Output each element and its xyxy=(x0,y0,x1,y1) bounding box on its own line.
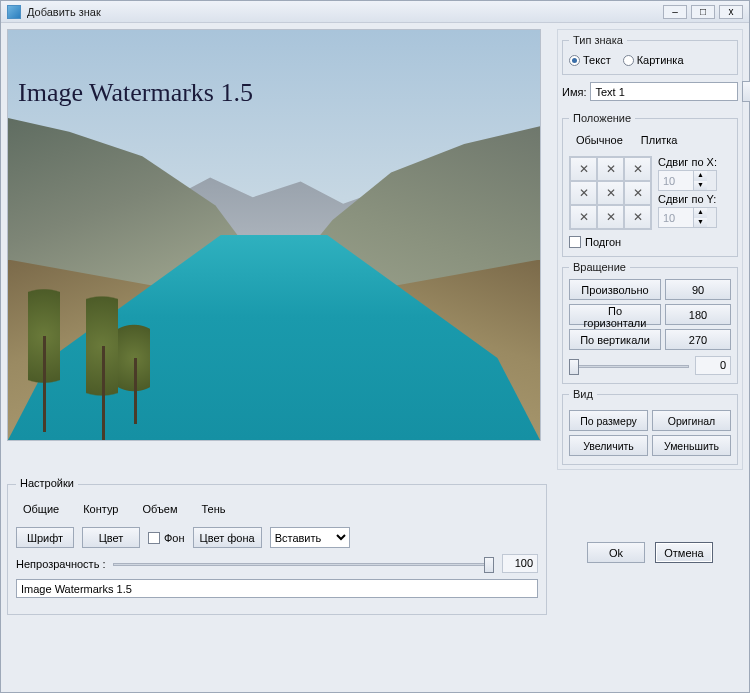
picture-button: Картинка xyxy=(742,81,750,102)
checkbox-icon xyxy=(569,236,581,248)
maximize-button[interactable]: □ xyxy=(691,5,715,19)
background-label: Фон xyxy=(164,532,185,544)
type-text-radio[interactable]: Текст xyxy=(569,54,611,66)
name-input[interactable] xyxy=(590,82,738,101)
type-group: Тип знака Текст Картинка xyxy=(562,34,738,75)
color-button[interactable]: Цвет xyxy=(82,527,140,548)
anchor-tc[interactable]: ✕ xyxy=(597,157,624,181)
tab-contour[interactable]: Контур xyxy=(76,499,125,519)
anchor-mr[interactable]: ✕ xyxy=(624,181,651,205)
bgcolor-button[interactable]: Цвет фона xyxy=(193,527,262,548)
zoom-out-button[interactable]: Уменьшить xyxy=(652,435,731,456)
checkbox-icon xyxy=(148,532,160,544)
anchor-bc[interactable]: ✕ xyxy=(597,205,624,229)
fit-checkbox[interactable]: Подгон xyxy=(569,236,731,248)
rotation-value: 0 xyxy=(695,356,731,375)
anchor-br[interactable]: ✕ xyxy=(624,205,651,229)
spin-down-icon[interactable]: ▼ xyxy=(693,218,707,228)
shift-y-label: Сдвиг по Y: xyxy=(658,193,717,205)
radio-icon xyxy=(569,55,580,66)
tab-shadow[interactable]: Тень xyxy=(194,499,232,519)
rotation-slider[interactable] xyxy=(569,357,689,375)
flip-horizontal-button[interactable]: По горизонтали xyxy=(569,304,661,325)
anchor-grid: ✕ ✕ ✕ ✕ ✕ ✕ ✕ ✕ ✕ xyxy=(569,156,652,230)
rotate-180-button[interactable]: 180 xyxy=(665,304,731,325)
type-picture-label: Картинка xyxy=(637,54,684,66)
rotate-270-button[interactable]: 270 xyxy=(665,329,731,350)
anchor-bl[interactable]: ✕ xyxy=(570,205,597,229)
fit-label: Подгон xyxy=(585,236,621,248)
view-group: Вид По размеру Оригинал Увеличить Уменьш… xyxy=(562,388,738,465)
ok-button[interactable]: Ok xyxy=(587,542,645,563)
tab-volume[interactable]: Объем xyxy=(135,499,184,519)
app-icon xyxy=(7,5,21,19)
minimize-button[interactable]: – xyxy=(663,5,687,19)
shift-x-spinner[interactable]: ▲▼ xyxy=(658,170,717,191)
shift-y-input[interactable] xyxy=(659,208,693,227)
font-button[interactable]: Шрифт xyxy=(16,527,74,548)
view-legend: Вид xyxy=(569,388,597,400)
rotate-90-button[interactable]: 90 xyxy=(665,279,731,300)
zoom-in-button[interactable]: Увеличить xyxy=(569,435,648,456)
spin-up-icon[interactable]: ▲ xyxy=(693,208,707,218)
type-legend: Тип знака xyxy=(569,34,627,46)
type-text-label: Текст xyxy=(583,54,611,66)
view-fit-button[interactable]: По размеру xyxy=(569,410,648,431)
side-panel: Тип знака Текст Картинка Имя: Картинка xyxy=(557,29,743,470)
cancel-button[interactable]: Отмена xyxy=(655,542,713,563)
shift-x-input[interactable] xyxy=(659,171,693,190)
view-original-button[interactable]: Оригинал xyxy=(652,410,731,431)
position-legend: Положение xyxy=(569,112,635,124)
spin-up-icon[interactable]: ▲ xyxy=(693,171,707,181)
shift-x-label: Сдвиг по X: xyxy=(658,156,717,168)
window-title: Добавить знак xyxy=(27,6,659,18)
opacity-label: Непрозрачность : xyxy=(16,558,105,570)
watermark-overlay: Image Watermarks 1.5 xyxy=(18,78,253,108)
titlebar: Добавить знак – □ x xyxy=(1,1,749,23)
flip-vertical-button[interactable]: По вертикали xyxy=(569,329,661,350)
name-label: Имя: xyxy=(562,86,586,98)
dialog-window: Добавить знак – □ x Image Watermarks 1.5 xyxy=(0,0,750,693)
settings-group: Настройки Общие Контур Объем Тень Шрифт … xyxy=(7,484,547,615)
watermark-text-input[interactable] xyxy=(16,579,538,598)
preview-canvas: Image Watermarks 1.5 xyxy=(7,29,541,441)
spin-down-icon[interactable]: ▼ xyxy=(693,181,707,191)
radio-icon xyxy=(623,55,634,66)
tab-common[interactable]: Общие xyxy=(16,499,66,519)
background-checkbox[interactable]: Фон xyxy=(148,532,185,544)
rotation-legend: Вращение xyxy=(569,261,630,273)
tab-normal[interactable]: Обычное xyxy=(569,130,630,150)
anchor-tl[interactable]: ✕ xyxy=(570,157,597,181)
rotate-arbitrary-button[interactable]: Произвольно xyxy=(569,279,661,300)
anchor-mc[interactable]: ✕ xyxy=(597,181,624,205)
anchor-ml[interactable]: ✕ xyxy=(570,181,597,205)
rotation-group: Вращение Произвольно 90 По горизонтали 1… xyxy=(562,261,738,384)
anchor-tr[interactable]: ✕ xyxy=(624,157,651,181)
close-button[interactable]: x xyxy=(719,5,743,19)
tab-tile[interactable]: Плитка xyxy=(634,130,685,150)
position-group: Положение Обычное Плитка ✕ ✕ ✕ ✕ ✕ ✕ ✕ ✕ xyxy=(562,112,738,257)
type-picture-radio[interactable]: Картинка xyxy=(623,54,684,66)
settings-legend: Настройки xyxy=(16,477,78,489)
shift-y-spinner[interactable]: ▲▼ xyxy=(658,207,717,228)
opacity-slider[interactable] xyxy=(113,555,494,573)
opacity-value: 100 xyxy=(502,554,538,573)
insert-combo[interactable]: Вставить xyxy=(270,527,350,548)
